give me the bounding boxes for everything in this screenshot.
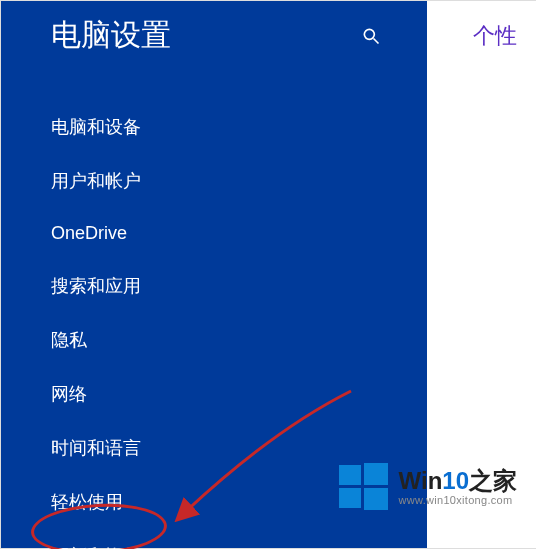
sidebar-item-pc-devices[interactable]: 电脑和设备 [1, 100, 427, 154]
sidebar-item-users-accounts[interactable]: 用户和帐户 [1, 154, 427, 208]
sidebar-item-privacy[interactable]: 隐私 [1, 313, 427, 367]
sidebar-item-label: 隐私 [51, 330, 87, 350]
sidebar-item-onedrive[interactable]: OneDrive [1, 208, 427, 259]
sidebar-item-update-recovery[interactable]: 更新和恢复 [1, 529, 427, 549]
content-pane: 个性 [427, 1, 536, 548]
sidebar-item-label: 电脑和设备 [51, 117, 141, 137]
nav-list: 电脑和设备 用户和帐户 OneDrive 搜索和应用 隐私 网络 时间和语言 轻… [1, 100, 427, 549]
sidebar-item-label: 轻松使用 [51, 492, 123, 512]
sidebar-item-label: 网络 [51, 384, 87, 404]
app-window: 电脑设置 电脑和设备 用户和帐户 OneDrive 搜索和应用 [0, 0, 536, 549]
sidebar-item-label: 用户和帐户 [51, 171, 141, 191]
sidebar-item-time-language[interactable]: 时间和语言 [1, 421, 427, 475]
svg-line-1 [374, 38, 379, 43]
svg-point-0 [364, 29, 374, 39]
sidebar-item-label: 时间和语言 [51, 438, 141, 458]
sidebar-title: 电脑设置 [51, 15, 171, 56]
sidebar-item-ease-of-access[interactable]: 轻松使用 [1, 475, 427, 529]
sidebar-item-label: 搜索和应用 [51, 276, 141, 296]
sidebar-item-network[interactable]: 网络 [1, 367, 427, 421]
settings-sidebar: 电脑设置 电脑和设备 用户和帐户 OneDrive 搜索和应用 [1, 1, 427, 548]
sidebar-item-search-apps[interactable]: 搜索和应用 [1, 259, 427, 313]
search-icon[interactable] [361, 26, 381, 46]
sidebar-header: 电脑设置 [1, 1, 427, 70]
content-heading: 个性 [427, 1, 536, 51]
sidebar-item-label: OneDrive [51, 223, 127, 243]
